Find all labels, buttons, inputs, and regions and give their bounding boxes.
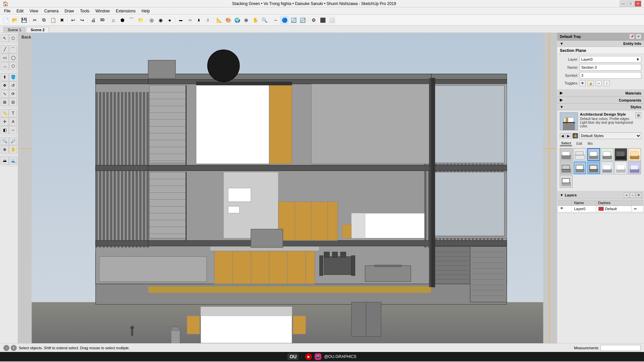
toolbar-print[interactable]: 🖨 (89, 16, 98, 24)
toolbar-undo[interactable]: ↩ (69, 16, 77, 24)
tool-curve[interactable]: ⌒ (9, 45, 17, 53)
style-thumb-1[interactable] (560, 148, 573, 161)
style-thumb-2[interactable] (574, 148, 586, 161)
toolbar-measure[interactable]: 📐 (215, 16, 223, 24)
toolbar-paint[interactable]: 🎨 (224, 16, 232, 24)
tool-pan2[interactable]: ✋ (9, 145, 17, 154)
tool-orbit2[interactable]: ⊕ (1, 145, 9, 154)
entity-info-header[interactable]: ▼ Entity Info (557, 41, 644, 47)
layers-add-button[interactable]: + (624, 192, 629, 198)
menu-edit[interactable]: Edit (14, 8, 26, 14)
tool-polygon[interactable]: ⬠ (9, 62, 17, 70)
style-mix-tab[interactable]: Mix (586, 141, 594, 146)
toolbar-copy[interactable]: ⧉ (40, 16, 48, 24)
tray-close-btn[interactable]: ✕ (636, 34, 641, 39)
toggle-flip[interactable]: ↔ (596, 80, 602, 86)
tool-tape[interactable]: 📏 (1, 109, 9, 117)
style-select-tab[interactable]: Select (560, 141, 572, 146)
toolbar-erase[interactable]: ✖ (58, 16, 66, 24)
layer-color-swatch[interactable] (598, 207, 604, 211)
tool-select[interactable]: ↖ (1, 34, 9, 42)
menu-view[interactable]: View (27, 8, 41, 14)
youtube-icon[interactable]: ▶ (305, 353, 312, 360)
tool-divide[interactable]: ⊟ (9, 98, 17, 106)
tool-followme[interactable]: ⟳ (9, 90, 17, 98)
style-thumb-11[interactable] (614, 162, 627, 174)
toolbar-nav4[interactable]: 🔃 (298, 16, 307, 24)
tab-scene1[interactable]: Scene 1 (3, 27, 25, 33)
tool-sandbox2[interactable]: 🌊 (9, 157, 17, 165)
toolbar-view1[interactable]: ⌂ (109, 16, 118, 24)
layer-eye-icon[interactable]: 👁 (560, 206, 565, 211)
toolbar-zoom[interactable]: 🔍 (260, 16, 269, 24)
toolbar-cut[interactable]: ✂ (31, 16, 39, 24)
layers-detail-btn[interactable]: ⚙ (636, 192, 641, 198)
toolbar-nav2[interactable]: 🔵 (280, 16, 289, 24)
tool-section[interactable]: ◧ (1, 126, 9, 134)
toolbar-view3[interactable]: ⌒ (127, 16, 136, 24)
instagram-icon[interactable]: 📷 (315, 353, 321, 360)
menu-file[interactable]: File (1, 8, 13, 14)
toolbar-nav1[interactable]: → (271, 16, 280, 24)
toolbar-section2[interactable]: ▭ (185, 16, 194, 24)
layer-select[interactable]: Layer0 ▼ (580, 56, 641, 63)
toolbar-open[interactable]: 📂 (10, 16, 19, 24)
tool-sandbox1[interactable]: ⛰ (1, 157, 9, 165)
menu-window[interactable]: Window (93, 8, 113, 14)
tool-text[interactable]: T (9, 109, 17, 117)
layer-edit-icon[interactable]: ✏ (634, 207, 637, 211)
menu-camera[interactable]: Camera (42, 8, 61, 14)
style-thumb-3[interactable] (587, 148, 600, 161)
style-settings-btn[interactable]: ⚙ (635, 112, 641, 118)
toolbar-section4[interactable]: ▯ (204, 16, 212, 24)
menu-tools[interactable]: Tools (77, 8, 92, 14)
tool-rotate[interactable]: ↺ (9, 81, 17, 89)
symbol-input[interactable] (580, 72, 641, 79)
toolbar-section3[interactable]: ▮ (195, 16, 203, 24)
style-thumb-10[interactable] (601, 162, 613, 174)
tool-move[interactable]: ✥ (1, 81, 9, 89)
toolbar-paste[interactable]: 📋 (49, 16, 57, 24)
style-thumb-6[interactable] (628, 148, 641, 161)
styles-dropdown[interactable]: Default Styles (579, 132, 641, 139)
style-thumb-7[interactable] (560, 162, 573, 174)
toolbar-3d[interactable]: 3D (98, 16, 107, 24)
tool-circle[interactable]: ◯ (9, 54, 17, 62)
style-prev-btn[interactable]: ◀ (560, 133, 565, 138)
close-button[interactable]: ✕ (635, 1, 641, 7)
tool-zoom-out[interactable]: 🔎 (9, 137, 17, 145)
tool-scale[interactable]: ⤡ (1, 90, 9, 98)
style-thumb-4[interactable] (601, 148, 613, 161)
tool-dim[interactable]: ↔ (9, 126, 17, 134)
tool-arc[interactable]: ⌓ (1, 62, 9, 70)
toolbar-shading[interactable]: ◎ (147, 16, 156, 24)
tool-3dtext[interactable]: A (9, 118, 17, 126)
styles-header[interactable]: ▼ Styles (557, 104, 644, 110)
style-thumb-13[interactable] (560, 175, 573, 188)
name-input[interactable] (580, 64, 641, 71)
style-edit-tab[interactable]: Edit (575, 141, 583, 146)
toolbar-settings3[interactable]: ⬜ (327, 16, 336, 24)
toolbar-settings1[interactable]: ⚙ (309, 16, 318, 24)
layers-remove-button[interactable]: − (630, 192, 635, 198)
style-thumb-8[interactable] (574, 162, 586, 174)
toggle-visible[interactable]: 👁 (580, 80, 586, 86)
toolbar-new[interactable]: 📄 (1, 16, 10, 24)
menu-extensions[interactable]: Extensions (113, 8, 138, 14)
tool-push[interactable]: ⬆ (1, 73, 9, 81)
materials-header[interactable]: ▶ Materials (557, 90, 644, 97)
style-thumb-12[interactable] (628, 162, 641, 174)
toolbar-view2[interactable]: ⬟ (118, 16, 127, 24)
style-next-btn[interactable]: ▶ (566, 133, 571, 138)
toolbar-save[interactable]: 💾 (19, 16, 28, 24)
toolbar-settings2[interactable]: ⬛ (318, 16, 327, 24)
menu-draw[interactable]: Draw (62, 8, 77, 14)
tool-zoom-in[interactable]: 🔍 (1, 137, 9, 145)
tab-scene2[interactable]: Scene 2 (26, 27, 49, 33)
toolbar-pan[interactable]: ✋ (251, 16, 260, 24)
style-thumb-5[interactable] (614, 148, 627, 161)
toolbar-orbit[interactable]: ⊕ (242, 16, 251, 24)
layers-header[interactable]: ▼ Layers + − ⚙ (557, 191, 644, 199)
toolbar-section1[interactable]: ▬ (176, 16, 185, 24)
tool-axes[interactable]: ✛ (1, 118, 9, 126)
